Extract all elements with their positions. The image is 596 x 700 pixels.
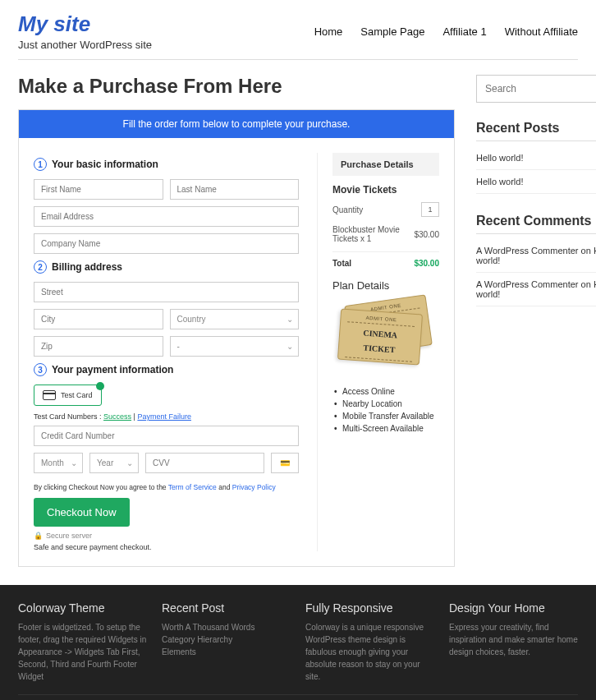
recent-comments-widget: Recent Comments A WordPress Commenter on…	[476, 214, 596, 306]
feature-item: Access Online	[332, 385, 439, 398]
sidebar: 🔍 Recent Posts Hello world! Hello world!…	[476, 75, 596, 567]
header: My site Just another WordPress site Home…	[0, 0, 596, 59]
recent-comments-title: Recent Comments	[476, 214, 596, 234]
recent-posts-title: Recent Posts	[476, 121, 596, 141]
last-name-input[interactable]	[170, 179, 300, 200]
step-2-icon: 2	[34, 260, 47, 274]
checkout-button[interactable]: Checkout Now	[34, 498, 130, 527]
nav-sample-page[interactable]: Sample Page	[360, 25, 424, 38]
zip-input[interactable]	[34, 336, 163, 357]
header-divider	[18, 59, 578, 60]
site-tagline: Just another WordPress site	[18, 39, 152, 51]
plan-features: Access Online Nearby Location Mobile Tra…	[332, 385, 439, 435]
page-title: Make a Purchase From Here	[18, 75, 455, 98]
purchase-details-head: Purchase Details	[332, 153, 439, 176]
test-card-option[interactable]: Test Card	[34, 385, 102, 406]
street-input[interactable]	[34, 282, 299, 302]
main-nav: Home Sample Page Affiliate 1 Without Aff…	[314, 25, 578, 38]
total-row: Total $30.00	[332, 251, 439, 268]
brand: My site Just another WordPress site	[18, 12, 152, 51]
purchase-form: Fill the order form below to complete yo…	[18, 109, 455, 567]
footer: Colorway ThemeFooter is widgetized. To s…	[0, 585, 596, 700]
step-1-icon: 1	[34, 158, 47, 171]
secure-note: Safe and secure payment checkout.	[34, 543, 299, 551]
privacy-link[interactable]: Privacy Policy	[232, 483, 276, 491]
section-payment: 3Your payment information	[34, 363, 299, 376]
form-banner: Fill the order form below to complete yo…	[19, 110, 454, 138]
lock-icon: 🔒	[34, 532, 43, 540]
check-icon	[96, 382, 104, 390]
credit-card-input[interactable]	[34, 426, 299, 446]
ticket-image: ADMIT ONE ADMIT ONECINEMATICKET	[332, 300, 439, 374]
footer-col-4: Design Your HomeExpress your creativity,…	[449, 601, 578, 683]
tcn-success-link[interactable]: Success	[103, 412, 131, 421]
search-input[interactable]	[485, 83, 592, 94]
section-billing: 2Billing address	[34, 260, 299, 274]
nav-affiliate-1[interactable]: Affiliate 1	[442, 25, 486, 38]
state-select[interactable]: -	[170, 336, 300, 357]
comment-item: A WordPress Commenter on Hello world!	[476, 273, 596, 306]
site-title[interactable]: My site	[18, 12, 152, 37]
footer-col-3: Fully ResponsiveColorway is a unique res…	[305, 601, 434, 683]
footer-col-2: Recent PostWorth A Thousand Words Catego…	[162, 601, 291, 683]
comment-author-link[interactable]: A WordPress Commenter	[476, 246, 579, 256]
purchase-wrapper: Fill the order form below to complete yo…	[18, 109, 455, 567]
company-input[interactable]	[34, 233, 299, 254]
footer-bar: My site - Just another WordPress site Co…	[18, 694, 578, 700]
quantity-row: Quantity 1	[332, 202, 439, 217]
nav-without-affiliate[interactable]: Without Affiliate	[505, 25, 578, 38]
agreement-text: By clicking Checkout Now you agree to th…	[34, 483, 299, 491]
tos-link[interactable]: Term of Service	[168, 483, 217, 491]
cvv-input[interactable]	[145, 453, 264, 473]
feature-item: Mobile Transfer Available	[332, 410, 439, 422]
line-item: Blockbuster Movie Tickets x 1 $30.00	[332, 225, 439, 243]
product-name: Movie Tickets	[332, 184, 439, 196]
nav-home[interactable]: Home	[314, 25, 343, 38]
feature-item: Nearby Location	[332, 398, 439, 410]
search-box[interactable]: 🔍	[476, 75, 596, 103]
cvv-icon: 💳	[271, 453, 299, 473]
secure-server: 🔒Secure server	[34, 532, 299, 540]
city-input[interactable]	[34, 309, 163, 329]
feature-item: Multi-Screen Available	[332, 422, 439, 435]
month-select[interactable]: Month	[34, 453, 83, 473]
email-input[interactable]	[34, 206, 299, 227]
recent-posts-widget: Recent Posts Hello world! Hello world!	[476, 121, 596, 194]
test-card-numbers: Test Card Numbers : Success | Payment Fa…	[34, 412, 299, 421]
section-basic-info: 1Your basic information	[34, 158, 299, 171]
recent-post-link[interactable]: Hello world!	[476, 177, 523, 187]
comment-item: A WordPress Commenter on Hello world!	[476, 239, 596, 273]
footer-col-1: Colorway ThemeFooter is widgetized. To s…	[18, 601, 147, 683]
country-select[interactable]: Country	[170, 309, 300, 329]
first-name-input[interactable]	[34, 179, 163, 200]
step-3-icon: 3	[34, 363, 47, 376]
tcn-failure-link[interactable]: Payment Failure	[137, 412, 191, 421]
card-icon	[43, 390, 56, 400]
comment-author-link[interactable]: A WordPress Commenter	[476, 279, 579, 289]
recent-post-link[interactable]: Hello world!	[476, 153, 523, 163]
year-select[interactable]: Year	[89, 453, 139, 473]
quantity-input[interactable]: 1	[421, 202, 439, 217]
plan-details-title: Plan Details	[332, 279, 439, 292]
